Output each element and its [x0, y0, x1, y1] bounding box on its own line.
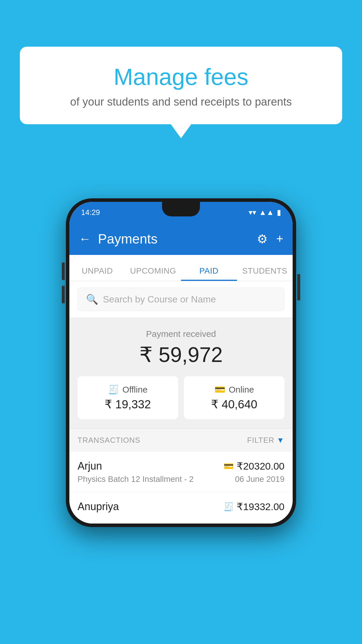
online-amount: ₹ 40,640: [191, 398, 277, 411]
status-bar: 14:29 ▾▾ ▲▲ ▮: [69, 202, 293, 223]
status-time: 14:29: [81, 208, 100, 217]
back-button[interactable]: ←: [79, 232, 91, 246]
search-bar[interactable]: 🔍 Search by Course or Name: [78, 288, 284, 311]
payment-summary: Payment received ₹ 59,972 🧾 Offline ₹ 19…: [69, 317, 293, 428]
online-card-header: 💳 Online: [191, 384, 277, 395]
volume-up-button: [62, 262, 65, 280]
transaction-top: Arjun 💳 ₹20320.00: [78, 460, 284, 472]
transaction-amount: ₹20320.00: [237, 460, 284, 472]
bubble-title: Manage fees: [34, 64, 328, 90]
wifi-icon: ▾▾: [249, 208, 256, 217]
tab-paid[interactable]: PAID: [181, 266, 237, 281]
status-icons: ▾▾ ▲▲ ▮: [249, 208, 281, 217]
offline-amount: ₹ 19,332: [85, 398, 171, 411]
transaction-bottom: Physics Batch 12 Installment - 2 06 June…: [78, 475, 284, 484]
transaction-row-arjun[interactable]: Arjun 💳 ₹20320.00 Physics Batch 12 Insta…: [69, 452, 293, 492]
speech-bubble: Manage fees of your students and send re…: [20, 47, 342, 124]
phone-outer: 14:29 ▾▾ ▲▲ ▮ ← Payments ⚙ + UNPAID: [66, 198, 296, 527]
online-payment-icon: 💳: [224, 461, 234, 471]
tab-upcoming[interactable]: UPCOMING: [125, 266, 181, 281]
transaction-amount-col-2: 🧾 ₹19332.00: [224, 501, 284, 512]
transaction-date: 06 June 2019: [235, 475, 284, 484]
tab-bar: UNPAID UPCOMING PAID STUDENTS: [69, 255, 293, 281]
search-input[interactable]: Search by Course or Name: [103, 294, 216, 305]
online-payment-card: 💳 Online ₹ 40,640: [184, 376, 284, 419]
online-label: Online: [229, 385, 254, 395]
phone-screen: 14:29 ▾▾ ▲▲ ▮ ← Payments ⚙ + UNPAID: [69, 202, 293, 524]
tab-students[interactable]: STUDENTS: [237, 266, 293, 281]
offline-payment-card: 🧾 Offline ₹ 19,332: [78, 376, 178, 419]
settings-icon[interactable]: ⚙: [257, 232, 268, 246]
transactions-header: TRANSACTIONS FILTER ▼: [69, 428, 293, 452]
power-button: [297, 274, 300, 300]
offline-card-header: 🧾 Offline: [85, 384, 171, 395]
add-icon[interactable]: +: [276, 232, 283, 246]
app-bar: ← Payments ⚙ +: [69, 223, 293, 255]
signal-icon: ▲▲: [259, 208, 274, 217]
transaction-name: Arjun: [78, 460, 102, 472]
app-bar-title: Payments: [98, 231, 257, 247]
offline-label: Offline: [122, 385, 147, 395]
battery-icon: ▮: [277, 208, 281, 217]
transaction-row-anupriya[interactable]: Anupriya 🧾 ₹19332.00: [69, 492, 293, 524]
transaction-course: Physics Batch 12 Installment - 2: [78, 475, 194, 484]
search-container: 🔍 Search by Course or Name: [69, 281, 293, 317]
bubble-subtitle: of your students and send receipts to pa…: [34, 96, 328, 108]
search-icon: 🔍: [86, 293, 98, 305]
volume-down-button: [62, 286, 65, 303]
transaction-top-2: Anupriya 🧾 ₹19332.00: [78, 501, 284, 513]
offline-icon: 🧾: [108, 384, 119, 395]
payment-cards: 🧾 Offline ₹ 19,332 💳 Online ₹ 40,640: [78, 376, 284, 419]
online-icon: 💳: [215, 384, 225, 395]
transaction-amount-2: ₹19332.00: [237, 501, 284, 512]
app-bar-actions: ⚙ +: [257, 232, 283, 246]
payment-received-label: Payment received: [78, 329, 284, 339]
transaction-amount-col: 💳 ₹20320.00: [224, 460, 284, 472]
filter-label: FILTER: [247, 436, 275, 445]
filter-button[interactable]: FILTER ▼: [247, 436, 284, 445]
payment-total-amount: ₹ 59,972: [78, 342, 284, 367]
notch: [162, 202, 200, 216]
filter-icon: ▼: [277, 436, 284, 445]
phone-mockup: 14:29 ▾▾ ▲▲ ▮ ← Payments ⚙ + UNPAID: [66, 198, 296, 527]
tab-unpaid[interactable]: UNPAID: [69, 266, 125, 281]
transaction-name-2: Anupriya: [78, 501, 119, 513]
offline-payment-icon: 🧾: [224, 502, 234, 512]
transactions-label: TRANSACTIONS: [78, 436, 140, 445]
